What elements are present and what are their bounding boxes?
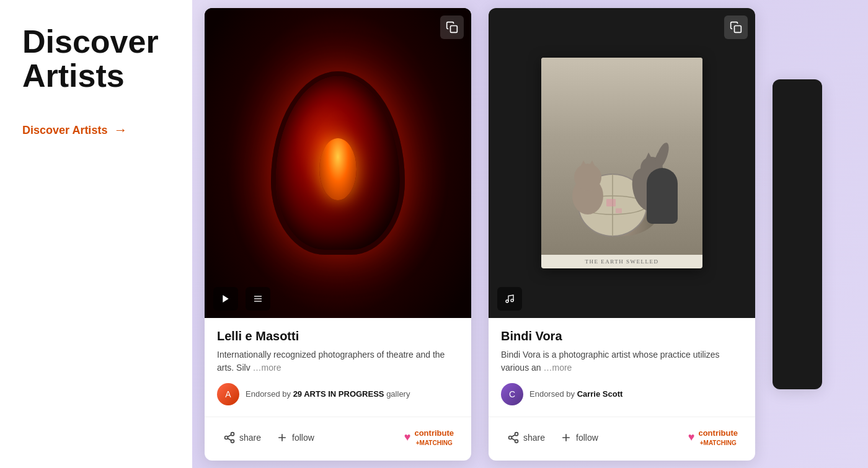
page-title: Discover Artists <box>22 25 170 92</box>
svg-point-7 <box>231 439 234 443</box>
copy-icon <box>446 21 458 33</box>
bindi-photo-inner <box>541 58 702 255</box>
heart-icon-lelli: ♥ <box>404 431 411 444</box>
contribute-button-lelli[interactable]: ♥ contribute +MATCHING <box>399 425 459 451</box>
more-link-lelli[interactable]: …more <box>253 363 281 373</box>
media-icons-row-lelli <box>205 287 471 311</box>
music-icon <box>505 294 515 304</box>
svg-line-33 <box>512 435 515 436</box>
endorser-avatar-lelli: A <box>217 383 239 405</box>
play-icon <box>221 294 231 304</box>
bindi-artwork-image: THE EARTH SWELLED <box>489 8 755 318</box>
svg-line-9 <box>228 435 231 436</box>
card-actions-bindi: share follow ♥ contribute +MATCHING <box>489 417 755 461</box>
play-icon-btn-lelli[interactable] <box>213 287 238 311</box>
svg-point-30 <box>509 436 512 439</box>
svg-marker-1 <box>223 295 228 302</box>
artist-desc-bindi: Bindi Vora is a photographic artist whos… <box>501 348 743 374</box>
music-icon-btn-bindi[interactable] <box>497 287 522 311</box>
share-button-lelli[interactable]: share <box>217 428 267 448</box>
heart-icon-bindi: ♥ <box>688 431 695 444</box>
artist-card-lelli: Lelli e Masotti Internationally recogniz… <box>205 8 471 461</box>
share-icon <box>223 431 236 444</box>
share-button-bindi[interactable]: share <box>501 428 551 448</box>
arrow-icon: → <box>113 122 127 138</box>
list-icon-btn-lelli[interactable] <box>246 287 270 311</box>
partial-card <box>773 79 822 389</box>
card-image-lelli <box>205 8 471 318</box>
follow-icon <box>276 431 288 444</box>
svg-marker-21 <box>645 152 652 159</box>
endorsed-text-bindi: Endorsed by Carrie Scott <box>529 389 622 399</box>
svg-point-5 <box>231 432 234 435</box>
card-info-bindi: Bindi Vora Bindi Vora is a photographic … <box>489 318 755 414</box>
copy-icon-bindi <box>730 21 742 33</box>
svg-line-8 <box>228 438 231 440</box>
card-image-bindi: THE EARTH SWELLED <box>489 8 755 318</box>
left-panel: Discover Artists Discover Artists → <box>0 0 192 468</box>
svg-point-16 <box>574 164 601 191</box>
svg-point-28 <box>511 299 513 301</box>
artist-name-lelli: Lelli e Masotti <box>217 329 459 343</box>
svg-point-27 <box>506 300 508 302</box>
card-actions-lelli: share follow ♥ contribute +MATCHING <box>205 417 471 461</box>
follow-button-lelli[interactable]: follow <box>270 428 321 448</box>
more-link-bindi[interactable]: …more <box>543 363 572 373</box>
bindi-photo-caption: THE EARTH SWELLED <box>580 255 664 268</box>
svg-rect-24 <box>606 199 616 206</box>
copy-button-lelli[interactable] <box>440 15 464 39</box>
card-info-lelli: Lelli e Masotti Internationally recogniz… <box>205 318 471 414</box>
list-icon <box>253 294 263 304</box>
artist-card-bindi: THE EARTH SWELLED Bindi Vora Bin <box>489 8 755 461</box>
cards-area: Lelli e Masotti Internationally recogniz… <box>192 0 868 468</box>
cats-svg <box>541 94 702 255</box>
media-icons-row-bindi <box>489 287 755 311</box>
discover-artists-link[interactable]: Discover Artists → <box>22 122 170 138</box>
follow-icon-bindi <box>560 431 572 444</box>
endorsed-text-lelli: Endorsed by 29 ARTS IN PROGRESS gallery <box>246 389 410 399</box>
svg-rect-0 <box>451 25 458 32</box>
artist-name-bindi: Bindi Vora <box>501 329 743 343</box>
svg-rect-26 <box>735 25 742 32</box>
svg-point-29 <box>515 432 518 435</box>
artist-desc-lelli: Internationally recognized photographers… <box>217 348 459 374</box>
lelli-artwork-image <box>205 8 471 318</box>
endorser-row-lelli: A Endorsed by 29 ARTS IN PROGRESS galler… <box>217 383 459 405</box>
follow-button-bindi[interactable]: follow <box>554 428 604 448</box>
svg-line-32 <box>512 438 515 440</box>
endorser-avatar-bindi: C <box>501 383 523 405</box>
bindi-photo-frame: THE EARTH SWELLED <box>541 58 702 268</box>
endorser-row-bindi: C Endorsed by Carrie Scott <box>501 383 743 405</box>
share-icon-bindi <box>507 431 520 444</box>
discover-link-label: Discover Artists <box>22 124 107 137</box>
svg-point-6 <box>225 436 228 439</box>
contribute-button-bindi[interactable]: ♥ contribute +MATCHING <box>683 425 743 451</box>
svg-rect-25 <box>616 208 622 213</box>
svg-point-31 <box>515 439 518 443</box>
copy-button-bindi[interactable] <box>724 15 748 39</box>
